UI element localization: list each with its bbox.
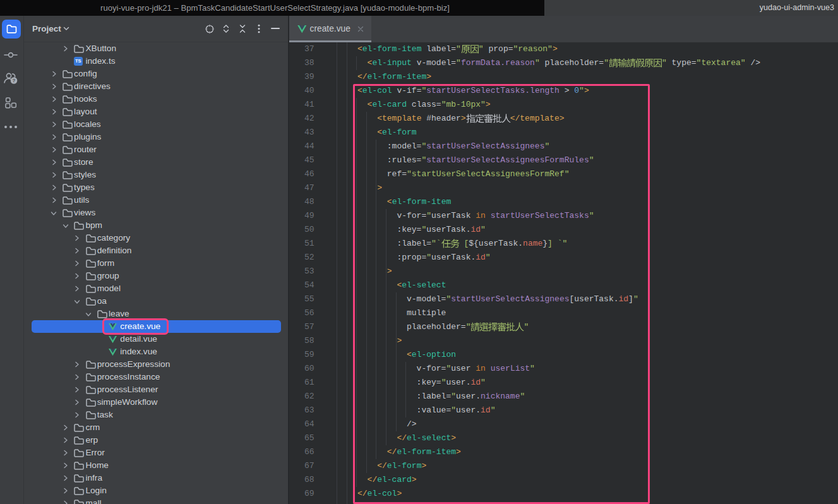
svg-text:?: ? [13,78,16,83]
